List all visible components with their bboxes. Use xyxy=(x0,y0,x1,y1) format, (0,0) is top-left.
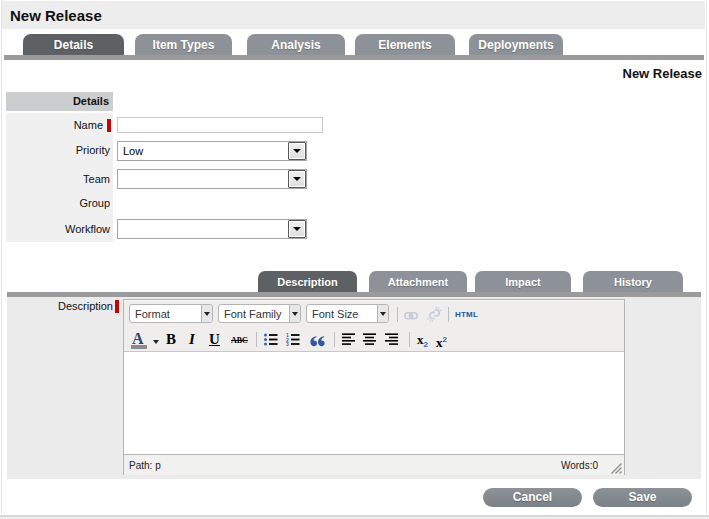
svg-text:3: 3 xyxy=(286,341,289,346)
